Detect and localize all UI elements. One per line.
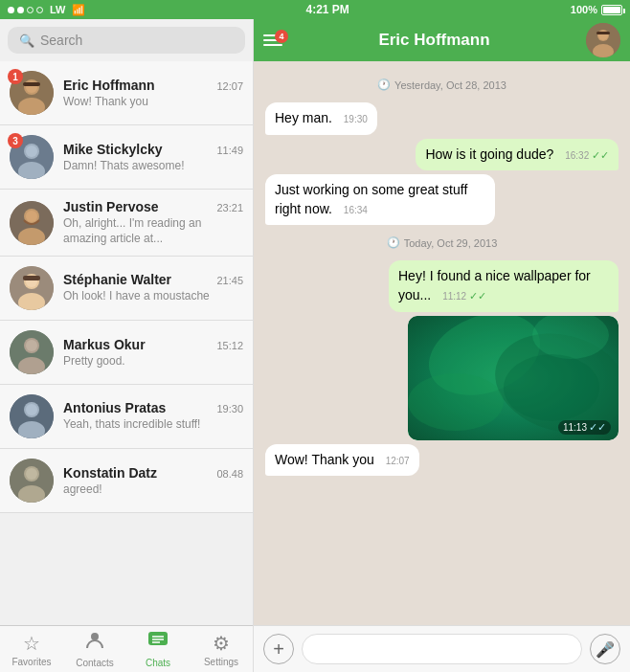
chat-time-mike: 11:49 bbox=[216, 145, 243, 156]
date-label-today: Today, Oct 29, 2013 bbox=[404, 237, 498, 249]
chat-preview-eric: Wow! Thank you bbox=[63, 95, 243, 108]
chat-item-stephanie[interactable]: Stéphanie Walter 21:45 Oh look! I have a… bbox=[0, 257, 253, 321]
tab-label-contacts: Contacts bbox=[76, 658, 113, 668]
chat-time-konstatin: 08.48 bbox=[216, 468, 243, 480]
chat-name-markus: Markus Okur bbox=[63, 337, 146, 352]
chat-preview-justin: Oh, alright... I'm reading an amazing ar… bbox=[63, 216, 243, 246]
chat-time-justin: 23:21 bbox=[216, 202, 243, 213]
chat-name-antonius: Antonius Pratas bbox=[63, 400, 166, 415]
svg-point-29 bbox=[26, 468, 37, 480]
svg-point-30 bbox=[91, 633, 99, 640]
clock-icon: 🕐 bbox=[377, 78, 391, 91]
chat-info-markus: Markus Okur 15:12 Pretty good. bbox=[63, 337, 243, 368]
avatar-stephanie bbox=[10, 266, 54, 310]
chat-info-justin: Justin Pervose 23:21 Oh, alright... I'm … bbox=[63, 199, 243, 246]
signal-dot-4 bbox=[36, 7, 43, 13]
avatar-wrap-markus bbox=[10, 330, 54, 374]
tab-chats[interactable]: Chats bbox=[126, 626, 190, 672]
chat-item-mike[interactable]: 3 Mike Stickylcky 11:49 Damn! Thats awes… bbox=[0, 125, 253, 190]
status-bar: LW 📶 4:21 PM 100% bbox=[0, 0, 630, 19]
signal-dot-2 bbox=[17, 7, 24, 13]
time-wow-thankyou: 12:07 bbox=[386, 456, 410, 466]
search-bar[interactable]: 🔍 Search bbox=[8, 27, 245, 54]
chat-time-markus: 15:12 bbox=[216, 340, 243, 351]
svg-rect-17 bbox=[23, 276, 40, 280]
avatar-wrap-justin bbox=[10, 201, 54, 245]
avatar-konstatin bbox=[10, 459, 54, 503]
chat-time-stephanie: 21:45 bbox=[216, 275, 243, 286]
chat-name-stephanie: Stéphanie Walter bbox=[63, 272, 171, 287]
svg-point-44 bbox=[408, 373, 504, 431]
avatar-wrap-antonius bbox=[10, 394, 54, 438]
chat-info-konstatin: Konstatin Datz 08.48 agreed! bbox=[63, 465, 243, 496]
battery-icon bbox=[601, 5, 622, 15]
chat-item-justin[interactable]: Justin Pervose 23:21 Oh, alright... I'm … bbox=[0, 190, 253, 257]
signal-dot-1 bbox=[8, 7, 14, 13]
chat-list: 1 Eric Hoffmann 12:07 Wow! Thank you bbox=[0, 61, 253, 625]
message-image: 11:13 ✓✓ bbox=[265, 316, 619, 440]
chat-time-antonius: 19:30 bbox=[216, 403, 243, 414]
chat-list-panel: 🔍 Search 1 bbox=[0, 19, 254, 672]
signal-dot-3 bbox=[27, 7, 34, 13]
bubble-hey-man: Hey man. 19:30 bbox=[265, 102, 377, 135]
chat-item-antonius[interactable]: Antonius Pratas 19:30 Yeah, thats incred… bbox=[0, 385, 253, 449]
chat-header: 4 Eric Hoffmann bbox=[254, 19, 630, 61]
image-time-badge: 11:13 ✓✓ bbox=[558, 420, 611, 435]
time-just-working: 16:34 bbox=[344, 205, 368, 215]
message-just-working: Just working on some great stuff right n… bbox=[265, 174, 619, 225]
chat-time-eric: 12:07 bbox=[216, 80, 243, 92]
chat-name-eric: Eric Hoffmann bbox=[63, 78, 155, 93]
message-input[interactable] bbox=[302, 634, 582, 664]
chat-contact-name: Eric Hoffmann bbox=[292, 31, 576, 50]
badge-eric: 1 bbox=[8, 69, 23, 84]
bottom-tabs: ☆ Favorites Contacts bbox=[0, 625, 253, 672]
add-button[interactable]: + bbox=[263, 634, 294, 664]
tab-favorites[interactable]: ☆ Favorites bbox=[0, 626, 63, 672]
microphone-button[interactable]: 🎤 bbox=[590, 634, 620, 664]
tab-label-chats: Chats bbox=[146, 658, 170, 668]
bubble-how-is-it: How is it going dude? 16:32 ✓✓ bbox=[416, 139, 619, 171]
search-icon: 🔍 bbox=[19, 34, 34, 48]
chat-name-justin: Justin Pervose bbox=[63, 199, 159, 214]
chat-preview-stephanie: Oh look! I have a moustache bbox=[63, 289, 243, 304]
chat-item-markus[interactable]: Markus Okur 15:12 Pretty good. bbox=[0, 321, 253, 385]
message-wow-thankyou: Wow! Thank you 12:07 bbox=[265, 444, 619, 477]
carrier-label: LW bbox=[50, 4, 66, 15]
menu-wrap[interactable]: 4 bbox=[263, 34, 282, 46]
clock-icon-2: 🕐 bbox=[387, 236, 400, 249]
chat-contact-avatar[interactable] bbox=[586, 23, 620, 57]
tab-settings[interactable]: ⚙ Settings bbox=[190, 626, 253, 672]
chat-preview-mike: Damn! Thats awesome! bbox=[63, 159, 243, 172]
checkmarks-1: ✓✓ bbox=[592, 149, 609, 161]
time-hey-man: 19:30 bbox=[344, 114, 368, 124]
chat-preview-markus: Pretty good. bbox=[63, 354, 243, 368]
chat-preview-antonius: Yeah, thats incredible stuff! bbox=[63, 417, 243, 433]
chat-item-konstatin[interactable]: Konstatin Datz 08.48 agreed! bbox=[0, 449, 253, 513]
tab-contacts[interactable]: Contacts bbox=[63, 626, 126, 672]
avatar-wrap-mike: 3 bbox=[10, 135, 54, 179]
chat-item-eric[interactable]: 1 Eric Hoffmann 12:07 Wow! Thank you bbox=[0, 61, 253, 125]
image-bubble[interactable]: 11:13 ✓✓ bbox=[408, 316, 619, 440]
avatar-wrap-eric: 1 bbox=[10, 71, 54, 115]
tab-label-favorites: Favorites bbox=[11, 657, 51, 667]
chat-info-eric: Eric Hoffmann 12:07 Wow! Thank you bbox=[63, 78, 243, 108]
time-found-wallpaper: 11:12 ✓✓ bbox=[442, 291, 486, 302]
chat-name-mike: Mike Stickylcky bbox=[63, 142, 163, 157]
wifi-icon: 📶 bbox=[72, 4, 85, 16]
time-how-is-it: 16:32 ✓✓ bbox=[565, 150, 609, 161]
badge-mike: 3 bbox=[8, 133, 23, 148]
search-placeholder: Search bbox=[40, 33, 82, 48]
avatar-wrap-konstatin bbox=[10, 459, 54, 503]
message-how-is-it: How is it going dude? 16:32 ✓✓ bbox=[265, 139, 619, 171]
favorites-icon: ☆ bbox=[23, 632, 40, 655]
svg-point-8 bbox=[26, 146, 37, 157]
svg-point-12 bbox=[26, 211, 37, 222]
chat-name-konstatin: Konstatin Datz bbox=[63, 465, 157, 481]
avatar-antonius bbox=[10, 394, 54, 438]
avatar-justin bbox=[10, 201, 54, 245]
message-found-wallpaper: Hey! I found a nice wallpaper for you...… bbox=[265, 260, 619, 311]
contacts-icon bbox=[84, 630, 105, 656]
bubble-found-wallpaper: Hey! I found a nice wallpaper for you...… bbox=[389, 260, 619, 311]
battery-percent: 100% bbox=[571, 4, 597, 15]
date-divider-today: 🕐 Today, Oct 29, 2013 bbox=[265, 236, 619, 249]
